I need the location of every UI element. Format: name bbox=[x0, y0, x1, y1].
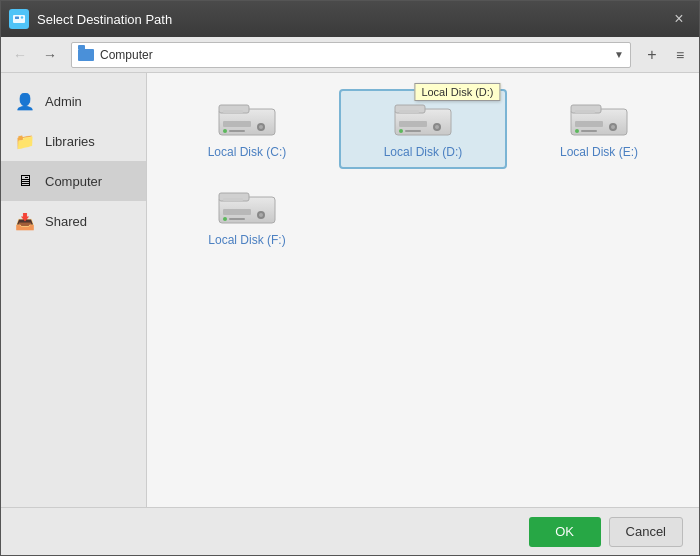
disk-c-label: Local Disk (C:) bbox=[208, 145, 287, 159]
svg-rect-34 bbox=[229, 218, 245, 220]
toolbar-right-buttons: + ≡ bbox=[639, 42, 693, 68]
svg-rect-1 bbox=[15, 17, 19, 20]
svg-point-17 bbox=[399, 129, 403, 133]
ok-button[interactable]: OK bbox=[529, 517, 601, 547]
svg-point-31 bbox=[259, 213, 263, 217]
disk-e[interactable]: Local Disk (E:) bbox=[515, 89, 683, 169]
svg-rect-18 bbox=[405, 130, 421, 132]
computer-sidebar-icon bbox=[15, 171, 35, 191]
disk-d-label: Local Disk (D:) bbox=[384, 145, 463, 159]
sidebar-item-libraries[interactable]: Libraries bbox=[1, 121, 146, 161]
disk-d-icon bbox=[393, 101, 453, 139]
svg-rect-5 bbox=[223, 121, 251, 127]
libraries-icon bbox=[15, 131, 35, 151]
disk-c-icon bbox=[217, 101, 277, 139]
disk-f-label: Local Disk (F:) bbox=[208, 233, 285, 247]
dialog-title: Select Destination Path bbox=[37, 12, 667, 27]
svg-point-2 bbox=[21, 16, 23, 18]
disk-f-icon bbox=[217, 189, 277, 227]
svg-rect-13 bbox=[399, 121, 427, 127]
sidebar: Admin Libraries Computer Shared bbox=[1, 73, 147, 507]
svg-rect-0 bbox=[13, 15, 25, 23]
svg-rect-32 bbox=[223, 198, 243, 201]
back-button[interactable]: ← bbox=[7, 42, 33, 68]
disk-e-icon bbox=[569, 101, 629, 139]
address-bar: Computer ▼ bbox=[71, 42, 631, 68]
close-button[interactable]: × bbox=[667, 7, 691, 31]
title-bar: Select Destination Path × bbox=[1, 1, 699, 37]
disk-c[interactable]: Local Disk (C:) bbox=[163, 89, 331, 169]
svg-point-25 bbox=[575, 129, 579, 133]
new-folder-button[interactable]: + bbox=[639, 42, 665, 68]
sidebar-item-admin[interactable]: Admin bbox=[1, 81, 146, 121]
sidebar-item-libraries-label: Libraries bbox=[45, 134, 95, 149]
svg-rect-29 bbox=[223, 209, 251, 215]
computer-icon bbox=[78, 49, 94, 61]
toolbar: ← → Computer ▼ + ≡ bbox=[1, 37, 699, 73]
sidebar-item-computer-label: Computer bbox=[45, 174, 102, 189]
forward-button[interactable]: → bbox=[37, 42, 63, 68]
address-text: Computer bbox=[100, 48, 608, 62]
disk-d[interactable]: Local Disk (D:) bbox=[339, 89, 507, 169]
view-toggle-button[interactable]: ≡ bbox=[667, 42, 693, 68]
footer: OK Cancel bbox=[1, 507, 699, 555]
user-icon bbox=[15, 91, 35, 111]
svg-point-15 bbox=[435, 125, 439, 129]
svg-rect-26 bbox=[581, 130, 597, 132]
sidebar-item-shared[interactable]: Shared bbox=[1, 201, 146, 241]
svg-rect-21 bbox=[575, 121, 603, 127]
shared-icon bbox=[15, 211, 35, 231]
main-panel: Local Disk (C:) Local Disk (D:) bbox=[147, 73, 699, 507]
svg-point-33 bbox=[223, 217, 227, 221]
sidebar-item-shared-label: Shared bbox=[45, 214, 87, 229]
dialog: Select Destination Path × ← → Computer ▼… bbox=[0, 0, 700, 556]
app-icon bbox=[9, 9, 29, 29]
svg-rect-8 bbox=[223, 110, 243, 113]
content-area: Admin Libraries Computer Shared bbox=[1, 73, 699, 507]
svg-point-23 bbox=[611, 125, 615, 129]
sidebar-item-admin-label: Admin bbox=[45, 94, 82, 109]
cancel-button[interactable]: Cancel bbox=[609, 517, 683, 547]
address-dropdown-icon[interactable]: ▼ bbox=[614, 49, 624, 60]
svg-point-9 bbox=[223, 129, 227, 133]
sidebar-item-computer[interactable]: Computer bbox=[1, 161, 146, 201]
svg-rect-24 bbox=[575, 110, 595, 113]
svg-rect-10 bbox=[229, 130, 245, 132]
svg-point-7 bbox=[259, 125, 263, 129]
svg-rect-16 bbox=[399, 110, 419, 113]
disk-e-label: Local Disk (E:) bbox=[560, 145, 638, 159]
disk-d-tooltip: Local Disk (D:) bbox=[414, 83, 500, 101]
disk-f[interactable]: Local Disk (F:) bbox=[163, 177, 331, 257]
